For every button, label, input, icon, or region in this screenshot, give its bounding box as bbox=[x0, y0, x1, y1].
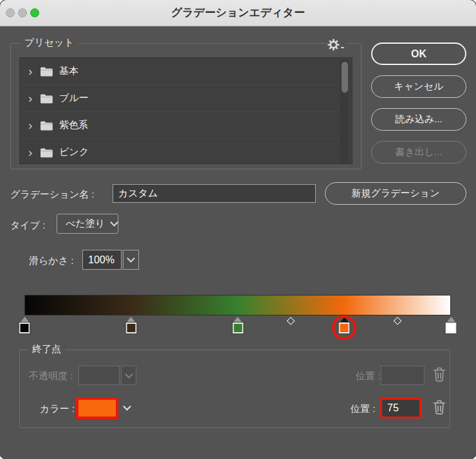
trash-icon bbox=[432, 399, 447, 416]
disclosure-chevron-icon[interactable]: › bbox=[28, 119, 40, 131]
chevron-down-icon bbox=[127, 254, 135, 263]
gradient-stop-50[interactable] bbox=[232, 317, 243, 333]
stop-color-box bbox=[19, 323, 30, 333]
window-title: グラデーションエディター bbox=[0, 0, 476, 26]
chevron-down-icon bbox=[125, 370, 133, 379]
cancel-button[interactable]: キャンセル bbox=[371, 75, 466, 98]
type-dropdown[interactable]: べた塗り bbox=[57, 214, 118, 234]
preset-folder-label: 紫色系 bbox=[59, 119, 88, 131]
gradient-stop-100[interactable] bbox=[446, 317, 457, 333]
stop-color-box bbox=[446, 323, 457, 333]
gear-icon bbox=[327, 39, 340, 51]
opacity-label: 不透明度 : bbox=[29, 370, 73, 382]
stops-track bbox=[0, 315, 476, 341]
stop-arrow-icon bbox=[127, 317, 136, 323]
smoothness-input[interactable] bbox=[82, 250, 122, 270]
gradient-preview-bar[interactable] bbox=[24, 295, 451, 315]
gradient-stop-25[interactable] bbox=[125, 317, 136, 333]
smoothness-dropdown-button[interactable] bbox=[123, 250, 139, 270]
stop-arrow-icon bbox=[20, 317, 29, 323]
stop-arrow-icon bbox=[233, 317, 243, 323]
gradient-name-input[interactable] bbox=[113, 184, 316, 203]
delete-color-stop-button[interactable] bbox=[432, 399, 447, 416]
folder-icon bbox=[40, 93, 53, 104]
smoothness-label: 滑らかさ : bbox=[29, 255, 73, 267]
preset-folder-pink[interactable]: › ピンク bbox=[20, 139, 352, 164]
folder-icon bbox=[40, 66, 53, 77]
gradient-stop-0[interactable] bbox=[19, 317, 30, 333]
position-input[interactable] bbox=[380, 398, 421, 418]
color-swatch-annotation bbox=[76, 397, 118, 419]
preset-folder-label: ブルー bbox=[59, 92, 89, 104]
ok-button[interactable]: OK bbox=[371, 42, 466, 65]
gradient-name-label: グラデーション名 : bbox=[10, 189, 94, 201]
preset-folder-label: ピンク bbox=[59, 146, 89, 158]
position-label: 位置 : bbox=[351, 403, 375, 415]
midpoint-diamond[interactable] bbox=[287, 317, 295, 325]
color-label: カラー : bbox=[40, 403, 75, 415]
preset-folder-label: 基本 bbox=[59, 65, 78, 77]
folder-icon bbox=[40, 120, 53, 131]
stop-color-box bbox=[232, 323, 243, 333]
presets-menu-button[interactable] bbox=[327, 37, 348, 52]
opacity-position-label: 位置 : bbox=[356, 370, 380, 382]
scrollbar-track[interactable] bbox=[340, 59, 349, 163]
color-swatch[interactable] bbox=[78, 400, 116, 417]
gradient-editor-dialog: グラデーションエディター プリセット › bbox=[0, 0, 476, 459]
preset-folder-blue[interactable]: › ブルー bbox=[20, 85, 352, 112]
stop-arrow-icon bbox=[446, 317, 455, 323]
disclosure-chevron-icon[interactable]: › bbox=[28, 146, 40, 158]
title-bar: グラデーションエディター bbox=[0, 0, 476, 26]
endpoint-legend: 終了点 bbox=[28, 343, 66, 355]
gear-dropdown-dash-icon bbox=[341, 47, 344, 49]
type-label: タイプ : bbox=[10, 220, 45, 232]
opacity-input bbox=[78, 366, 120, 385]
presets-legend: プリセット bbox=[20, 37, 78, 49]
disclosure-chevron-icon[interactable]: › bbox=[28, 92, 40, 104]
export-button[interactable]: 書き出し... bbox=[371, 141, 466, 164]
load-button[interactable]: 読み込み... bbox=[371, 108, 466, 131]
opacity-dropdown-button bbox=[121, 366, 136, 385]
preset-folder-basic[interactable]: › 基本 bbox=[20, 58, 352, 85]
stop-color-box bbox=[125, 323, 136, 333]
preset-folder-purples[interactable]: › 紫色系 bbox=[20, 112, 352, 139]
opacity-position-input bbox=[381, 366, 425, 385]
selected-stop-annotation-circle bbox=[332, 315, 356, 340]
trash-icon bbox=[432, 366, 447, 383]
folder-icon bbox=[40, 147, 53, 158]
new-gradient-button[interactable]: 新規グラデーション bbox=[325, 182, 466, 205]
scrollbar-thumb[interactable] bbox=[342, 62, 348, 93]
midpoint-diamond[interactable] bbox=[394, 317, 402, 325]
disclosure-chevron-icon[interactable]: › bbox=[28, 65, 40, 77]
delete-opacity-stop-button bbox=[432, 366, 447, 383]
type-value: べた塗り bbox=[66, 218, 105, 230]
preset-list: › 基本 › ブルー › 紫色系 › bbox=[19, 57, 352, 164]
chevron-down-icon bbox=[110, 218, 118, 227]
